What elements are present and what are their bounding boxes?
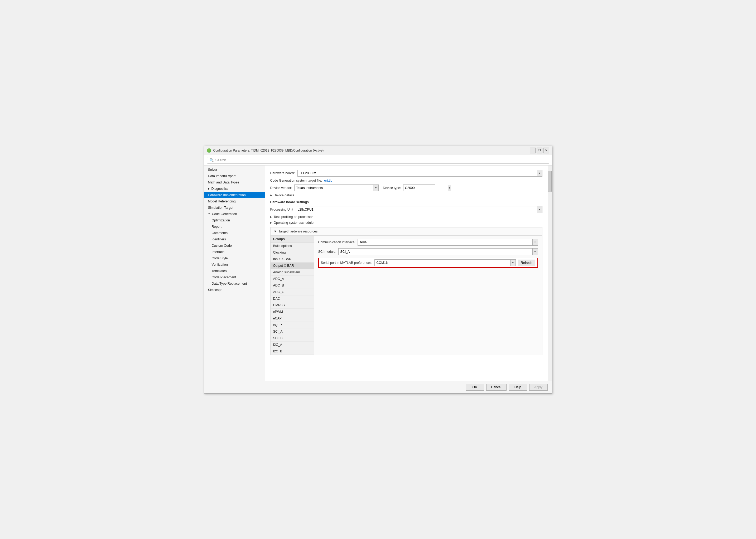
device-type-label: Device type: [383,186,401,190]
search-input[interactable] [215,158,547,162]
device-type-select[interactable]: ▼ [403,185,435,192]
search-icon: 🔍 [210,158,214,162]
diagnostics-label: Diagnostics [211,187,229,191]
group-item-dac[interactable]: DAC [271,295,314,302]
sidebar-item-code-placement[interactable]: Code Placement [205,274,265,280]
os-scheduler-row[interactable]: ▶ Operating system/scheduler [270,221,543,225]
sidebar-item-data-type-replacement[interactable]: Data Type Replacement [205,280,265,287]
processing-unit-row: Processing Unit ▼ [270,206,543,213]
main-window: Configuration Parameters: TIDM_02012_F28… [204,146,552,394]
group-item-sci-a[interactable]: SCI_A [271,328,314,335]
serial-port-input[interactable] [375,260,510,266]
simulation-target-label: Simulation Target [208,206,233,209]
device-type-group: Device type: ▼ [383,185,435,192]
data-import-label: Data Import/Export [208,174,236,178]
sidebar-item-interface[interactable]: Interface [205,249,265,255]
group-item-input-xbar[interactable]: Input X-BAR [271,256,314,263]
comm-interface-label: Communication interface: [318,240,356,244]
comm-interface-input[interactable] [358,239,532,245]
bottom-bar: OK Cancel Help Apply [205,381,552,393]
hw-board-input[interactable] [298,170,537,176]
groups-panel: Groups Build options Clocking Input X-BA… [271,236,314,355]
device-type-dropdown-btn[interactable]: ▼ [448,185,451,191]
sidebar-item-comments[interactable]: Comments [205,230,265,236]
sidebar-item-hardware-implementation[interactable]: Hardware Implementation [205,192,265,198]
sidebar-item-model-referencing[interactable]: Model Referencing [205,198,265,204]
os-scheduler-triangle: ▶ [270,221,272,224]
group-item-ecap[interactable]: eCAP [271,315,314,322]
verification-label: Verification [212,263,228,267]
sidebar-item-simscape[interactable]: Simscape [205,287,265,293]
group-item-adc-a[interactable]: ADC_A [271,276,314,282]
target-hw-header: ▼ Target hardware resources [271,227,542,235]
model-ref-label: Model Referencing [208,199,236,203]
sidebar-item-simulation-target[interactable]: Simulation Target [205,204,265,211]
sidebar-item-report[interactable]: Report [205,223,265,230]
title-bar-left: Configuration Parameters: TIDM_02012_F28… [207,148,324,153]
sci-module-input[interactable] [339,249,532,255]
device-type-input[interactable] [403,185,448,191]
processing-unit-input[interactable] [296,206,537,213]
apply-button[interactable]: Apply [529,384,548,391]
sidebar: Solver Data Import/Export Math and Data … [205,166,265,381]
sidebar-item-verification[interactable]: Verification [205,262,265,268]
serial-port-dropdown-btn[interactable]: ▼ [510,260,516,266]
comm-interface-select[interactable]: ▼ [358,239,538,246]
target-hw-body: Groups Build options Clocking Input X-BA… [271,235,542,355]
device-details-triangle: ▶ [270,194,272,196]
device-details-row[interactable]: ▶ Device details [270,193,543,197]
device-row: Device vendor: ▼ Device type: ▼ [270,185,543,192]
sidebar-item-data-import-export[interactable]: Data Import/Export [205,173,265,179]
sidebar-item-optimization[interactable]: Optimization [205,217,265,223]
group-item-adc-c[interactable]: ADC_C [271,289,314,295]
group-item-clocking[interactable]: Clocking [271,249,314,256]
sidebar-item-math-data-types[interactable]: Math and Data Types [205,179,265,186]
close-button[interactable]: ✕ [544,148,549,153]
group-item-analog-subsystem[interactable]: Analog subsystem [271,269,314,276]
processing-unit-select[interactable]: ▼ [296,206,542,213]
group-item-sci-b[interactable]: SCI_B [271,335,314,342]
scrollbar-thumb[interactable] [548,171,551,192]
serial-port-select[interactable]: ▼ [375,259,516,266]
group-item-build-options[interactable]: Build options [271,243,314,249]
restore-button[interactable]: ❐ [537,148,543,153]
sidebar-item-templates[interactable]: Templates [205,268,265,274]
sidebar-item-solver[interactable]: Solver [205,167,265,173]
group-item-i2c-a[interactable]: I2C_A [271,342,314,348]
hw-board-select[interactable]: ▼ [297,170,543,177]
help-button[interactable]: Help [509,384,527,391]
device-vendor-dropdown-btn[interactable]: ▼ [373,185,378,191]
group-item-output-xbar[interactable]: Output X-BAR [271,263,314,269]
group-item-i2c-b[interactable]: I2C_B [271,348,314,355]
ok-button[interactable]: OK [466,384,484,391]
code-gen-link[interactable]: ert.tlc [324,179,332,183]
device-vendor-select[interactable]: ▼ [294,185,378,192]
task-profiling-row[interactable]: ▶ Task profiling on processor [270,215,543,219]
sci-module-dropdown-btn[interactable]: ▼ [533,249,538,255]
group-item-adc-b[interactable]: ADC_B [271,282,314,289]
group-item-eqep[interactable]: eQEP [271,322,314,328]
comm-interface-dropdown-btn[interactable]: ▼ [533,239,538,245]
sidebar-item-code-generation[interactable]: ▼ Code Generation [205,211,265,217]
sidebar-item-code-style[interactable]: Code Style [205,255,265,262]
group-item-cmpss[interactable]: CMPSS [271,302,314,309]
sidebar-item-diagnostics[interactable]: ▶ Diagnostics [205,186,265,192]
group-item-epwm[interactable]: ePWM [271,309,314,315]
minimize-button[interactable]: — [530,148,536,153]
processing-unit-dropdown-btn[interactable]: ▼ [537,206,542,213]
sci-module-label: SCI module: [318,250,336,254]
sci-module-select[interactable]: ▼ [338,248,538,255]
hardware-board-row: Hardware board: ▼ [270,170,543,177]
sidebar-item-identifiers[interactable]: Identifiers [205,236,265,243]
math-label: Math and Data Types [208,181,239,184]
refresh-button[interactable]: Refresh [518,260,535,266]
device-vendor-input[interactable] [294,185,373,191]
sidebar-item-custom-code[interactable]: Custom Code [205,243,265,249]
device-details-label: Device details [274,193,294,197]
search-bar: 🔍 [205,155,552,166]
task-profiling-label: Task profiling on processor [274,215,313,219]
custom-code-label: Custom Code [212,244,232,248]
hw-board-dropdown-btn[interactable]: ▼ [537,170,542,176]
scrollbar[interactable] [548,166,552,381]
cancel-button[interactable]: Cancel [486,384,507,391]
